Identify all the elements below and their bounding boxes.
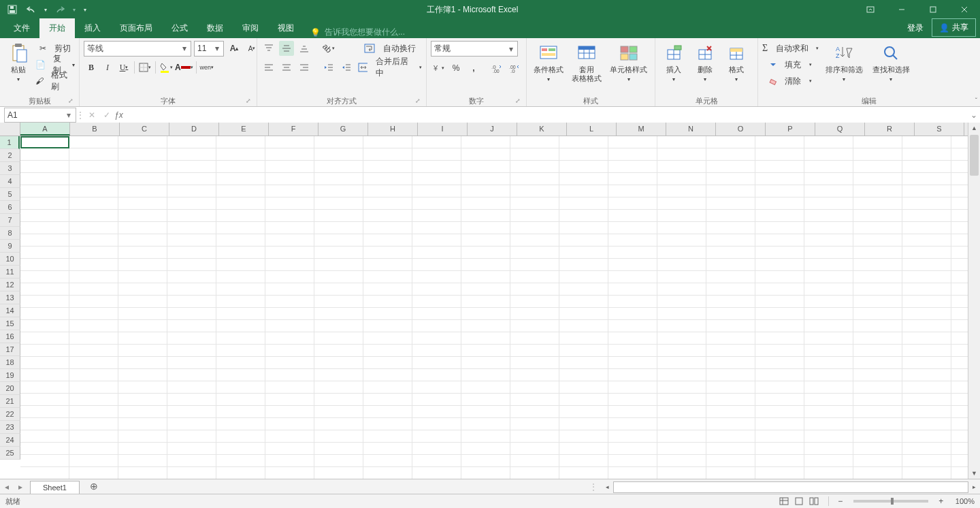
font-launcher[interactable]: ⤢: [244, 97, 252, 106]
italic-button[interactable]: I: [100, 60, 115, 75]
increase-indent-button[interactable]: [339, 60, 354, 75]
border-button[interactable]: ▾: [137, 60, 152, 75]
number-format-combo[interactable]: 常规▾: [431, 41, 518, 57]
tab-review[interactable]: 审阅: [233, 18, 268, 38]
font-size-combo[interactable]: 11▾: [194, 41, 224, 57]
percent-button[interactable]: %: [448, 61, 463, 76]
scroll-left-button[interactable]: ◂: [602, 483, 613, 490]
col-header-D[interactable]: D: [169, 123, 219, 136]
row-header-13[interactable]: 13: [0, 291, 20, 304]
col-header-E[interactable]: E: [219, 123, 269, 136]
row-header-6[interactable]: 6: [0, 201, 20, 214]
view-page-layout-button[interactable]: [794, 497, 809, 505]
share-button[interactable]: 👤 共享: [932, 18, 976, 37]
bold-button[interactable]: B: [84, 60, 99, 75]
tab-page-layout[interactable]: 页面布局: [110, 18, 162, 38]
undo-menu[interactable]: ▾: [42, 2, 49, 17]
redo-button[interactable]: [52, 2, 68, 17]
row-header-22[interactable]: 22: [0, 408, 20, 421]
col-header-I[interactable]: I: [418, 123, 468, 136]
row-header-24[interactable]: 24: [0, 434, 20, 447]
row-header-9[interactable]: 9: [0, 240, 20, 253]
collapse-ribbon-button[interactable]: ˇ: [975, 97, 977, 105]
col-header-N[interactable]: N: [666, 123, 716, 136]
chevron-down-icon[interactable]: ▾: [212, 44, 222, 53]
row-header-7[interactable]: 7: [0, 214, 20, 227]
row-header-3[interactable]: 3: [0, 162, 20, 175]
enter-formula-button[interactable]: ✓: [99, 110, 114, 120]
expand-formula-bar[interactable]: ⌄: [968, 110, 980, 120]
row-header-16[interactable]: 16: [0, 330, 20, 343]
fx-icon[interactable]: ƒx: [114, 110, 128, 120]
view-normal-button[interactable]: [779, 497, 794, 505]
row-header-21[interactable]: 21: [0, 395, 20, 408]
sort-filter-button[interactable]: AZ 排序和筛选▾: [823, 41, 866, 85]
scroll-up-button[interactable]: ▲: [968, 123, 980, 134]
align-left-button[interactable]: [261, 60, 276, 75]
row-header-2[interactable]: 2: [0, 149, 20, 162]
insert-cells-button[interactable]: 插入▾: [659, 41, 688, 85]
clipboard-launcher[interactable]: ⤢: [67, 97, 75, 106]
zoom-in-button[interactable]: +: [934, 496, 949, 506]
phonetic-guide-button[interactable]: wen▾: [199, 60, 214, 75]
font-name-combo[interactable]: 等线▾: [84, 41, 191, 57]
col-header-M[interactable]: M: [617, 123, 666, 136]
zoom-level[interactable]: 100%: [956, 497, 975, 505]
col-header-L[interactable]: L: [567, 123, 617, 136]
increase-decimal-button[interactable]: .0.00: [489, 61, 504, 76]
col-header-G[interactable]: G: [318, 123, 368, 136]
underline-button[interactable]: U▾: [116, 60, 131, 75]
sheet-tab-active[interactable]: Sheet1: [30, 481, 80, 494]
scroll-thumb[interactable]: [970, 135, 979, 176]
wrap-text-button[interactable]: 自动换行: [358, 41, 422, 56]
col-header-B[interactable]: B: [70, 123, 120, 136]
table-format-button[interactable]: 套用 表格格式: [569, 41, 604, 84]
row-header-23[interactable]: 23: [0, 421, 20, 434]
clear-button[interactable]: 清除 ▾: [762, 74, 819, 89]
align-top-button[interactable]: [261, 41, 276, 56]
close-button[interactable]: [949, 0, 980, 19]
align-bottom-button[interactable]: [297, 41, 312, 56]
chevron-down-icon[interactable]: ▾: [506, 44, 516, 54]
decrease-indent-button[interactable]: [321, 60, 336, 75]
find-select-button[interactable]: 查找和选择▾: [870, 41, 913, 85]
name-box[interactable]: A1 ▾: [4, 108, 76, 123]
cell-styles-button[interactable]: 单元格样式▾: [607, 41, 650, 85]
align-center-button[interactable]: [279, 60, 294, 75]
vertical-scrollbar[interactable]: ▲ ▼: [968, 123, 980, 479]
increase-font-button[interactable]: A▴: [227, 41, 242, 56]
fill-color-button[interactable]: ▾: [159, 60, 174, 75]
alignment-launcher[interactable]: ⤢: [414, 97, 422, 106]
row-header-1[interactable]: 1: [0, 136, 20, 149]
qat-customize[interactable]: ▾: [80, 2, 90, 17]
row-header-17[interactable]: 17: [0, 343, 20, 356]
tab-formulas[interactable]: 公式: [162, 18, 197, 38]
fill-button[interactable]: 填充 ▾: [762, 57, 819, 72]
row-header-12[interactable]: 12: [0, 279, 20, 291]
row-header-11[interactable]: 11: [0, 266, 20, 279]
tell-me[interactable]: 💡 告诉我您想要做什么...: [304, 27, 412, 38]
chevron-down-icon[interactable]: ▾: [180, 44, 189, 53]
tab-view[interactable]: 视图: [268, 18, 304, 38]
col-header-O[interactable]: O: [716, 123, 766, 136]
decrease-decimal-button[interactable]: .00.0: [507, 61, 522, 76]
undo-button[interactable]: [23, 2, 39, 17]
ribbon-display-options[interactable]: [855, 0, 886, 19]
format-painter-button[interactable]: 🖌 格式刷: [35, 74, 75, 89]
delete-cells-button[interactable]: 删除▾: [691, 41, 719, 85]
minimize-button[interactable]: [886, 0, 917, 19]
col-header-Q[interactable]: Q: [815, 123, 865, 136]
select-all-corner[interactable]: [0, 123, 20, 136]
maximize-button[interactable]: [917, 0, 949, 19]
row-header-25[interactable]: 25: [0, 447, 20, 460]
login-button[interactable]: 登录: [899, 18, 932, 38]
chevron-down-icon[interactable]: ▾: [63, 110, 74, 120]
view-page-break-button[interactable]: [809, 497, 824, 505]
save-button[interactable]: [4, 2, 20, 17]
orientation-button[interactable]: ab▾: [321, 41, 336, 56]
col-header-S[interactable]: S: [915, 123, 964, 136]
redo-menu[interactable]: ▾: [71, 2, 78, 17]
cancel-formula-button[interactable]: ✕: [84, 110, 99, 120]
cells-area[interactable]: [20, 136, 980, 479]
col-header-R[interactable]: R: [865, 123, 915, 136]
